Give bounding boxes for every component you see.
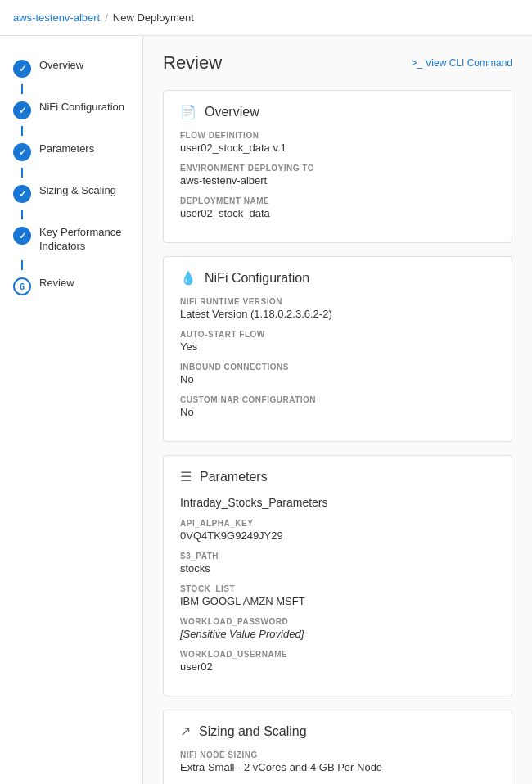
document-icon: 📄 xyxy=(180,104,196,119)
overview-section-title: Overview xyxy=(205,105,259,119)
field-inbound: INBOUND CONNECTIONS No xyxy=(180,363,495,385)
top-bar: aws-testenv-albert / New Deployment xyxy=(0,0,532,36)
nifi-section-title: NiFi Configuration xyxy=(205,271,309,286)
sidebar-item-sizing[interactable]: ✓ Sizing & Scaling xyxy=(0,178,142,210)
sizing-section-header: ↗ Sizing and Scaling xyxy=(180,723,495,739)
sidebar-label-kpi: Key Performance Indicators xyxy=(39,226,129,254)
field-value-node-sizing: Extra Small - 2 vCores and 4 GB Per Node xyxy=(180,761,495,773)
field-value-stock-list: IBM GOOGL AMZN MSFT xyxy=(180,595,495,607)
field-value-nifi-version: Latest Version (1.18.0.2.3.6.2-2) xyxy=(180,308,495,320)
field-value-flow-definition: user02_stock_data v.1 xyxy=(180,142,495,154)
field-workload-username: WORKLOAD_USERNAME user02 xyxy=(180,650,495,673)
field-stock-list: STOCK_LIST IBM GOOGL AMZN MSFT xyxy=(180,584,495,607)
sidebar-label-review: Review xyxy=(39,277,74,291)
field-workload-password: WORKLOAD_PASSWORD [Sensitive Value Provi… xyxy=(180,617,495,640)
field-label-api-key: API_ALPHA_KEY xyxy=(180,519,495,528)
field-label-workload-username: WORKLOAD_USERNAME xyxy=(180,650,495,659)
breadcrumb-separator: / xyxy=(105,11,108,24)
step-circle-nifi: ✓ xyxy=(13,101,31,119)
step-circle-sizing: ✓ xyxy=(13,185,31,203)
overview-section-header: 📄 Overview xyxy=(180,104,495,119)
step-line-2 xyxy=(21,126,23,136)
sidebar-item-overview[interactable]: ✓ Overview xyxy=(0,52,142,84)
sidebar-item-nifi[interactable]: ✓ NiFi Configuration xyxy=(0,94,142,126)
field-value-custom-nar: No xyxy=(180,406,495,418)
field-value-workload-password: [Sensitive Value Provided] xyxy=(180,628,495,640)
review-header: Review >_ View CLI Command xyxy=(163,52,512,74)
review-title: Review xyxy=(163,52,222,74)
content-area: Review >_ View CLI Command 📄 Overview FL… xyxy=(143,36,532,784)
field-label-custom-nar: CUSTOM NAR CONFIGURATION xyxy=(180,395,495,404)
nifi-section-header: 💧 NiFi Configuration xyxy=(180,270,495,286)
field-value-environment: aws-testenv-albert xyxy=(180,174,495,187)
field-label-stock-list: STOCK_LIST xyxy=(180,584,495,593)
nifi-icon: 💧 xyxy=(180,270,196,286)
sidebar-label-overview: Overview xyxy=(39,59,83,73)
sidebar: ✓ Overview ✓ NiFi Configuration ✓ Parame… xyxy=(0,36,143,784)
field-label-auto-start: AUTO-START FLOW xyxy=(180,330,495,339)
field-custom-nar: CUSTOM NAR CONFIGURATION No xyxy=(180,395,495,418)
field-api-key: API_ALPHA_KEY 0VQ4TK9G9249JY29 xyxy=(180,519,495,542)
step-circle-parameters: ✓ xyxy=(13,143,31,161)
parameters-section-header: ☰ Parameters xyxy=(180,469,495,484)
field-value-deployment-name: user02_stock_data xyxy=(180,207,495,219)
sidebar-item-kpi[interactable]: ✓ Key Performance Indicators xyxy=(0,219,142,260)
step-circle-review: 6 xyxy=(13,277,31,295)
step-line-5 xyxy=(21,260,23,270)
step-line-3 xyxy=(21,168,23,178)
parameters-section-title: Parameters xyxy=(200,470,268,484)
field-value-workload-username: user02 xyxy=(180,660,495,673)
parameters-section: ☰ Parameters Intraday_Stocks_Parameters … xyxy=(163,455,512,696)
field-node-sizing: NIFI NODE SIZING Extra Small - 2 vCores … xyxy=(180,750,495,773)
field-value-auto-start: Yes xyxy=(180,340,495,353)
field-auto-start: AUTO-START FLOW Yes xyxy=(180,330,495,353)
field-label-flow-definition: FLOW DEFINITION xyxy=(180,131,495,140)
field-nifi-version: NIFI RUNTIME VERSION Latest Version (1.1… xyxy=(180,297,495,320)
field-s3-path: S3_PATH stocks xyxy=(180,552,495,574)
step-circle-overview: ✓ xyxy=(13,60,31,78)
field-value-api-key: 0VQ4TK9G9249JY29 xyxy=(180,529,495,542)
sizing-section-title: Sizing and Scaling xyxy=(199,724,307,739)
field-label-node-sizing: NIFI NODE SIZING xyxy=(180,750,495,759)
breadcrumb: aws-testenv-albert / New Deployment xyxy=(13,11,194,24)
field-label-workload-password: WORKLOAD_PASSWORD xyxy=(180,617,495,626)
sidebar-label-nifi: NiFi Configuration xyxy=(39,101,124,115)
cli-link[interactable]: >_ View CLI Command xyxy=(411,57,512,69)
overview-section: 📄 Overview FLOW DEFINITION user02_stock_… xyxy=(163,90,512,243)
breadcrumb-project[interactable]: aws-testenv-albert xyxy=(13,11,100,24)
field-environment: ENVIRONMENT DEPLOYING TO aws-testenv-alb… xyxy=(180,164,495,187)
field-label-deployment-name: DEPLOYMENT NAME xyxy=(180,196,495,205)
field-label-inbound: INBOUND CONNECTIONS xyxy=(180,363,495,372)
field-flow-definition: FLOW DEFINITION user02_stock_data v.1 xyxy=(180,131,495,154)
breadcrumb-current-page: New Deployment xyxy=(113,11,194,24)
sidebar-item-review[interactable]: 6 Review xyxy=(0,270,142,302)
step-line-1 xyxy=(21,84,23,94)
field-deployment-name: DEPLOYMENT NAME user02_stock_data xyxy=(180,196,495,219)
field-label-nifi-version: NIFI RUNTIME VERSION xyxy=(180,297,495,306)
field-value-inbound: No xyxy=(180,373,495,385)
sidebar-label-sizing: Sizing & Scaling xyxy=(39,184,116,198)
field-label-environment: ENVIRONMENT DEPLOYING TO xyxy=(180,164,495,173)
parameters-icon: ☰ xyxy=(180,469,192,484)
main-layout: ✓ Overview ✓ NiFi Configuration ✓ Parame… xyxy=(0,36,532,784)
field-value-s3-path: stocks xyxy=(180,562,495,574)
step-circle-kpi: ✓ xyxy=(13,227,31,245)
param-set-name: Intraday_Stocks_Parameters xyxy=(180,496,495,509)
sizing-icon: ↗ xyxy=(180,723,191,739)
sidebar-label-parameters: Parameters xyxy=(39,142,94,156)
nifi-section: 💧 NiFi Configuration NIFI RUNTIME VERSIO… xyxy=(163,256,512,442)
step-line-4 xyxy=(21,210,23,219)
sidebar-item-parameters[interactable]: ✓ Parameters xyxy=(0,136,142,168)
field-label-s3-path: S3_PATH xyxy=(180,552,495,561)
sizing-section: ↗ Sizing and Scaling NIFI NODE SIZING Ex… xyxy=(163,710,512,784)
